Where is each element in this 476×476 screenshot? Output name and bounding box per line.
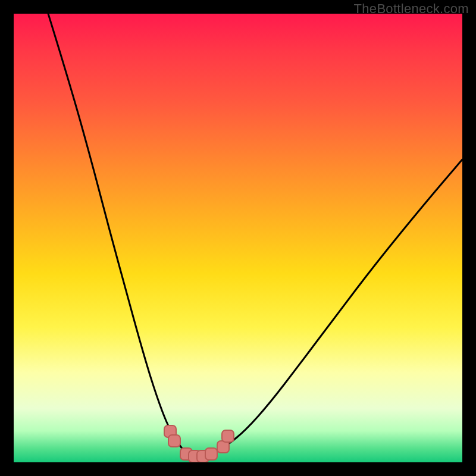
plot-area <box>14 14 462 462</box>
curve-layer <box>14 14 462 462</box>
chart-frame: TheBottleneck.com <box>0 0 476 476</box>
curve-marker <box>168 435 180 447</box>
curve-marker <box>205 448 217 460</box>
curve-svg <box>14 14 462 462</box>
curve-marker <box>222 430 234 442</box>
bottleneck-curve <box>48 14 462 455</box>
marker-group <box>164 425 234 462</box>
